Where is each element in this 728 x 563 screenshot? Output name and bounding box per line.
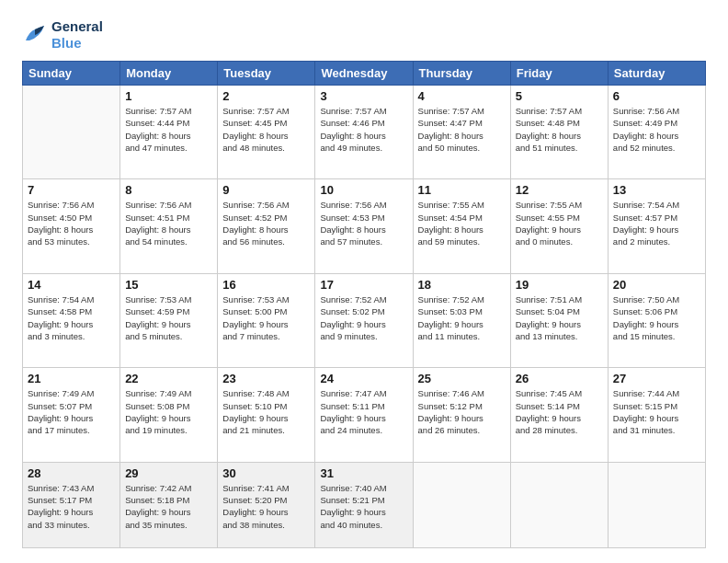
calendar-cell: 3Sunrise: 7:57 AM Sunset: 4:46 PM Daylig…	[315, 86, 413, 179]
weekday-header-sunday: Sunday	[23, 62, 120, 86]
calendar-header-row: SundayMondayTuesdayWednesdayThursdayFrid…	[23, 62, 706, 86]
calendar-cell: 24Sunrise: 7:47 AM Sunset: 5:11 PM Dayli…	[315, 368, 413, 462]
day-number: 2	[222, 89, 310, 103]
day-info: Sunrise: 7:56 AM Sunset: 4:52 PM Dayligh…	[222, 199, 310, 247]
day-number: 21	[28, 372, 115, 385]
calendar-cell: 11Sunrise: 7:55 AM Sunset: 4:54 PM Dayli…	[413, 179, 510, 273]
day-info: Sunrise: 7:57 AM Sunset: 4:48 PM Dayligh…	[516, 105, 603, 154]
day-number: 9	[222, 183, 310, 197]
day-info: Sunrise: 7:42 AM Sunset: 5:18 PM Dayligh…	[125, 482, 212, 531]
calendar-cell: 6Sunrise: 7:56 AM Sunset: 4:49 PM Daylig…	[608, 86, 705, 179]
weekday-header-wednesday: Wednesday	[315, 62, 413, 86]
day-number: 11	[418, 183, 506, 197]
day-number: 20	[613, 278, 700, 292]
calendar-cell: 19Sunrise: 7:51 AM Sunset: 5:04 PM Dayli…	[510, 273, 608, 367]
calendar-cell: 27Sunrise: 7:44 AM Sunset: 5:15 PM Dayli…	[608, 368, 705, 462]
calendar-week-row: 7Sunrise: 7:56 AM Sunset: 4:50 PM Daylig…	[23, 179, 706, 273]
logo: General Blue	[22, 18, 103, 52]
day-number: 10	[320, 183, 407, 197]
day-info: Sunrise: 7:55 AM Sunset: 4:55 PM Dayligh…	[516, 199, 603, 247]
calendar-cell: 29Sunrise: 7:42 AM Sunset: 5:18 PM Dayli…	[120, 462, 218, 547]
day-number: 18	[418, 278, 506, 292]
calendar-cell: 25Sunrise: 7:46 AM Sunset: 5:12 PM Dayli…	[413, 368, 510, 462]
day-number: 26	[516, 372, 603, 385]
logo-icon	[22, 22, 48, 48]
calendar-cell: 15Sunrise: 7:53 AM Sunset: 4:59 PM Dayli…	[120, 273, 218, 367]
day-number: 3	[320, 89, 407, 103]
day-info: Sunrise: 7:49 AM Sunset: 5:07 PM Dayligh…	[28, 387, 115, 436]
day-number: 8	[125, 183, 212, 197]
day-number: 28	[28, 466, 115, 480]
day-info: Sunrise: 7:47 AM Sunset: 5:11 PM Dayligh…	[320, 387, 407, 436]
calendar-cell: 28Sunrise: 7:43 AM Sunset: 5:17 PM Dayli…	[23, 462, 120, 547]
calendar-cell: 10Sunrise: 7:56 AM Sunset: 4:53 PM Dayli…	[315, 179, 413, 273]
day-info: Sunrise: 7:52 AM Sunset: 5:03 PM Dayligh…	[418, 293, 506, 342]
calendar-cell: 18Sunrise: 7:52 AM Sunset: 5:03 PM Dayli…	[413, 273, 510, 367]
day-number: 29	[125, 466, 212, 480]
day-number: 30	[222, 466, 310, 480]
day-info: Sunrise: 7:43 AM Sunset: 5:17 PM Dayligh…	[28, 482, 115, 531]
calendar-cell: 12Sunrise: 7:55 AM Sunset: 4:55 PM Dayli…	[510, 179, 608, 273]
day-info: Sunrise: 7:56 AM Sunset: 4:53 PM Dayligh…	[320, 199, 407, 247]
calendar-week-row: 28Sunrise: 7:43 AM Sunset: 5:17 PM Dayli…	[23, 462, 706, 547]
day-info: Sunrise: 7:48 AM Sunset: 5:10 PM Dayligh…	[222, 387, 310, 436]
calendar-cell	[23, 86, 120, 179]
day-info: Sunrise: 7:57 AM Sunset: 4:46 PM Dayligh…	[320, 105, 407, 154]
day-info: Sunrise: 7:41 AM Sunset: 5:20 PM Dayligh…	[222, 482, 310, 531]
logo-text: General Blue	[51, 18, 103, 52]
day-info: Sunrise: 7:52 AM Sunset: 5:02 PM Dayligh…	[320, 293, 407, 342]
day-number: 6	[613, 89, 700, 103]
weekday-header-thursday: Thursday	[413, 62, 510, 86]
day-info: Sunrise: 7:54 AM Sunset: 4:57 PM Dayligh…	[613, 199, 700, 247]
calendar-cell: 23Sunrise: 7:48 AM Sunset: 5:10 PM Dayli…	[218, 368, 315, 462]
calendar-cell: 4Sunrise: 7:57 AM Sunset: 4:47 PM Daylig…	[413, 86, 510, 179]
day-number: 19	[516, 278, 603, 292]
weekday-header-monday: Monday	[120, 62, 218, 86]
calendar-week-row: 14Sunrise: 7:54 AM Sunset: 4:58 PM Dayli…	[23, 273, 706, 367]
day-number: 22	[125, 372, 212, 385]
day-number: 5	[516, 89, 603, 103]
day-info: Sunrise: 7:51 AM Sunset: 5:04 PM Dayligh…	[516, 293, 603, 342]
calendar-cell: 30Sunrise: 7:41 AM Sunset: 5:20 PM Dayli…	[218, 462, 315, 547]
day-number: 24	[320, 372, 407, 385]
calendar-cell: 13Sunrise: 7:54 AM Sunset: 4:57 PM Dayli…	[608, 179, 705, 273]
weekday-header-saturday: Saturday	[608, 62, 705, 86]
calendar-cell: 14Sunrise: 7:54 AM Sunset: 4:58 PM Dayli…	[23, 273, 120, 367]
day-number: 25	[418, 372, 506, 385]
calendar-week-row: 1Sunrise: 7:57 AM Sunset: 4:44 PM Daylig…	[23, 86, 706, 179]
day-number: 27	[613, 372, 700, 385]
calendar-cell: 8Sunrise: 7:56 AM Sunset: 4:51 PM Daylig…	[120, 179, 218, 273]
day-info: Sunrise: 7:57 AM Sunset: 4:45 PM Dayligh…	[222, 105, 310, 154]
calendar-table: SundayMondayTuesdayWednesdayThursdayFrid…	[22, 61, 706, 548]
calendar-cell: 17Sunrise: 7:52 AM Sunset: 5:02 PM Dayli…	[315, 273, 413, 367]
day-info: Sunrise: 7:56 AM Sunset: 4:49 PM Dayligh…	[613, 105, 700, 154]
calendar-cell: 22Sunrise: 7:49 AM Sunset: 5:08 PM Dayli…	[120, 368, 218, 462]
day-number: 15	[125, 278, 212, 292]
day-info: Sunrise: 7:57 AM Sunset: 4:47 PM Dayligh…	[418, 105, 506, 154]
calendar-cell	[608, 462, 705, 547]
day-info: Sunrise: 7:45 AM Sunset: 5:14 PM Dayligh…	[516, 387, 603, 436]
day-number: 16	[222, 278, 310, 292]
calendar-cell	[413, 462, 510, 547]
day-info: Sunrise: 7:56 AM Sunset: 4:50 PM Dayligh…	[28, 199, 115, 247]
day-info: Sunrise: 7:57 AM Sunset: 4:44 PM Dayligh…	[125, 105, 212, 154]
calendar-cell: 31Sunrise: 7:40 AM Sunset: 5:21 PM Dayli…	[315, 462, 413, 547]
day-info: Sunrise: 7:40 AM Sunset: 5:21 PM Dayligh…	[320, 482, 407, 531]
day-number: 1	[125, 89, 212, 103]
day-number: 31	[320, 466, 407, 480]
calendar-cell: 7Sunrise: 7:56 AM Sunset: 4:50 PM Daylig…	[23, 179, 120, 273]
day-number: 17	[320, 278, 407, 292]
calendar-cell: 1Sunrise: 7:57 AM Sunset: 4:44 PM Daylig…	[120, 86, 218, 179]
day-info: Sunrise: 7:55 AM Sunset: 4:54 PM Dayligh…	[418, 199, 506, 247]
day-number: 23	[222, 372, 310, 385]
day-info: Sunrise: 7:54 AM Sunset: 4:58 PM Dayligh…	[28, 293, 115, 342]
calendar-cell: 2Sunrise: 7:57 AM Sunset: 4:45 PM Daylig…	[218, 86, 315, 179]
day-info: Sunrise: 7:50 AM Sunset: 5:06 PM Dayligh…	[613, 293, 700, 342]
day-number: 7	[28, 183, 115, 197]
calendar-cell: 5Sunrise: 7:57 AM Sunset: 4:48 PM Daylig…	[510, 86, 608, 179]
calendar-cell: 21Sunrise: 7:49 AM Sunset: 5:07 PM Dayli…	[23, 368, 120, 462]
calendar-cell: 16Sunrise: 7:53 AM Sunset: 5:00 PM Dayli…	[218, 273, 315, 367]
weekday-header-friday: Friday	[510, 62, 608, 86]
calendar-cell: 9Sunrise: 7:56 AM Sunset: 4:52 PM Daylig…	[218, 179, 315, 273]
calendar-week-row: 21Sunrise: 7:49 AM Sunset: 5:07 PM Dayli…	[23, 368, 706, 462]
